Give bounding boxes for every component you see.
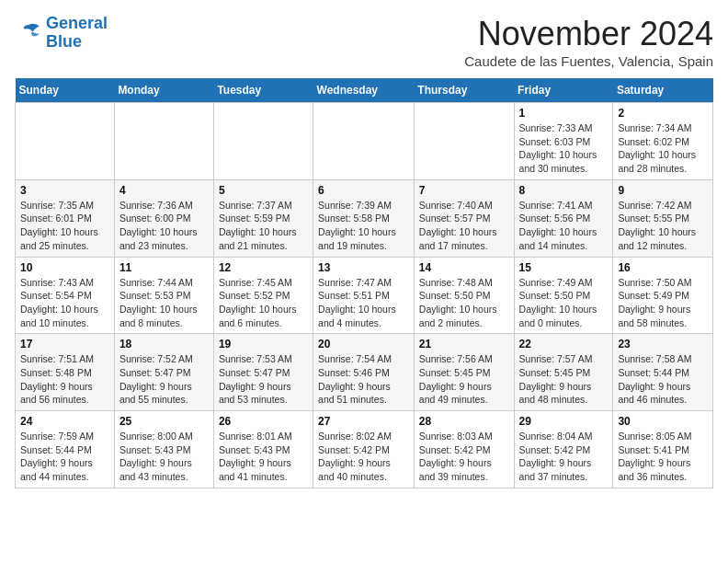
day-number: 30 (618, 415, 708, 428)
day-info: Sunrise: 7:36 AM Sunset: 6:00 PM Dayligh… (119, 199, 209, 253)
day-number: 28 (419, 415, 509, 428)
calendar-cell: 16Sunrise: 7:50 AM Sunset: 5:49 PM Dayli… (613, 257, 713, 334)
day-info: Sunrise: 7:57 AM Sunset: 5:45 PM Dayligh… (519, 352, 609, 407)
logo-line2: Blue (46, 32, 82, 51)
day-number: 17 (20, 338, 109, 350)
day-number: 2 (618, 107, 708, 120)
calendar-week-row: 1Sunrise: 7:33 AM Sunset: 6:03 PM Daylig… (16, 103, 713, 180)
calendar-table: SundayMondayTuesdayWednesdayThursdayFrid… (15, 78, 713, 488)
day-number: 12 (219, 261, 308, 274)
day-number: 25 (119, 415, 209, 428)
day-info: Sunrise: 7:47 AM Sunset: 5:51 PM Dayligh… (318, 276, 409, 330)
calendar-cell: 5Sunrise: 7:37 AM Sunset: 5:59 PM Daylig… (213, 179, 313, 257)
day-info: Sunrise: 7:56 AM Sunset: 5:45 PM Dayligh… (419, 352, 509, 407)
calendar-cell: 6Sunrise: 7:39 AM Sunset: 5:58 PM Daylig… (313, 179, 415, 257)
day-number: 6 (318, 184, 409, 197)
calendar-cell (114, 103, 213, 180)
calendar-cell (16, 103, 115, 180)
calendar-cell (213, 103, 313, 180)
day-info: Sunrise: 8:01 AM Sunset: 5:43 PM Dayligh… (219, 430, 308, 484)
day-info: Sunrise: 8:02 AM Sunset: 5:42 PM Dayligh… (318, 430, 409, 484)
calendar-week-row: 3Sunrise: 7:35 AM Sunset: 6:01 PM Daylig… (16, 179, 713, 257)
calendar-cell: 15Sunrise: 7:49 AM Sunset: 5:50 PM Dayli… (514, 257, 613, 334)
day-info: Sunrise: 7:51 AM Sunset: 5:48 PM Dayligh… (20, 352, 109, 407)
calendar-cell: 1Sunrise: 7:33 AM Sunset: 6:03 PM Daylig… (514, 103, 613, 180)
day-number: 20 (318, 338, 409, 350)
day-number: 1 (519, 107, 609, 120)
calendar-cell: 19Sunrise: 7:53 AM Sunset: 5:47 PM Dayli… (213, 334, 313, 411)
day-info: Sunrise: 7:52 AM Sunset: 5:47 PM Dayligh… (119, 352, 209, 407)
calendar-cell: 3Sunrise: 7:35 AM Sunset: 6:01 PM Daylig… (16, 179, 115, 257)
day-info: Sunrise: 7:58 AM Sunset: 5:44 PM Dayligh… (618, 352, 708, 407)
calendar-cell: 10Sunrise: 7:43 AM Sunset: 5:54 PM Dayli… (16, 257, 115, 334)
day-info: Sunrise: 8:04 AM Sunset: 5:42 PM Dayligh… (519, 430, 609, 484)
day-number: 7 (419, 184, 509, 197)
day-info: Sunrise: 7:44 AM Sunset: 5:53 PM Dayligh… (119, 276, 209, 330)
day-info: Sunrise: 7:59 AM Sunset: 5:44 PM Dayligh… (20, 430, 109, 484)
day-info: Sunrise: 7:54 AM Sunset: 5:46 PM Dayligh… (318, 352, 409, 407)
day-number: 9 (618, 184, 708, 197)
weekday-header-row: SundayMondayTuesdayWednesdayThursdayFrid… (16, 78, 713, 103)
day-info: Sunrise: 7:49 AM Sunset: 5:50 PM Dayligh… (519, 276, 609, 330)
calendar-cell: 18Sunrise: 7:52 AM Sunset: 5:47 PM Dayli… (114, 334, 213, 411)
calendar-cell: 23Sunrise: 7:58 AM Sunset: 5:44 PM Dayli… (613, 334, 713, 411)
calendar-cell: 28Sunrise: 8:03 AM Sunset: 5:42 PM Dayli… (414, 411, 514, 488)
day-number: 21 (419, 338, 509, 350)
location-title: Caudete de las Fuentes, Valencia, Spain (464, 53, 713, 69)
day-info: Sunrise: 7:45 AM Sunset: 5:52 PM Dayligh… (219, 276, 308, 330)
day-info: Sunrise: 7:43 AM Sunset: 5:54 PM Dayligh… (20, 276, 109, 330)
logo-text: General Blue (46, 15, 108, 52)
calendar-cell: 20Sunrise: 7:54 AM Sunset: 5:46 PM Dayli… (313, 334, 415, 411)
calendar-week-row: 10Sunrise: 7:43 AM Sunset: 5:54 PM Dayli… (16, 257, 713, 334)
weekday-header-monday: Monday (114, 78, 213, 103)
day-number: 29 (519, 415, 609, 428)
calendar-cell: 25Sunrise: 8:00 AM Sunset: 5:43 PM Dayli… (114, 411, 213, 488)
calendar-cell (313, 103, 415, 180)
day-number: 14 (419, 261, 509, 274)
day-number: 26 (219, 415, 308, 428)
calendar-cell: 8Sunrise: 7:41 AM Sunset: 5:56 PM Daylig… (514, 179, 613, 257)
day-number: 10 (20, 261, 109, 274)
day-number: 18 (119, 338, 209, 350)
calendar-cell: 22Sunrise: 7:57 AM Sunset: 5:45 PM Dayli… (514, 334, 613, 411)
weekday-header-tuesday: Tuesday (213, 78, 313, 103)
logo: General Blue (15, 15, 108, 52)
calendar-cell: 26Sunrise: 8:01 AM Sunset: 5:43 PM Dayli… (213, 411, 313, 488)
day-info: Sunrise: 7:41 AM Sunset: 5:56 PM Dayligh… (519, 199, 609, 253)
day-info: Sunrise: 8:05 AM Sunset: 5:41 PM Dayligh… (618, 430, 708, 484)
day-info: Sunrise: 7:39 AM Sunset: 5:58 PM Dayligh… (318, 199, 409, 253)
weekday-header-thursday: Thursday (414, 78, 514, 103)
day-info: Sunrise: 8:03 AM Sunset: 5:42 PM Dayligh… (419, 430, 509, 484)
day-info: Sunrise: 8:00 AM Sunset: 5:43 PM Dayligh… (119, 430, 209, 484)
day-number: 24 (20, 415, 109, 428)
weekday-header-wednesday: Wednesday (313, 78, 415, 103)
day-number: 13 (318, 261, 409, 274)
calendar-cell: 12Sunrise: 7:45 AM Sunset: 5:52 PM Dayli… (213, 257, 313, 334)
day-info: Sunrise: 7:48 AM Sunset: 5:50 PM Dayligh… (419, 276, 509, 330)
calendar-cell: 11Sunrise: 7:44 AM Sunset: 5:53 PM Dayli… (114, 257, 213, 334)
calendar-cell (414, 103, 514, 180)
day-info: Sunrise: 7:50 AM Sunset: 5:49 PM Dayligh… (618, 276, 708, 330)
day-info: Sunrise: 7:53 AM Sunset: 5:47 PM Dayligh… (219, 352, 308, 407)
day-number: 3 (20, 184, 109, 197)
calendar-cell: 17Sunrise: 7:51 AM Sunset: 5:48 PM Dayli… (16, 334, 115, 411)
day-number: 27 (318, 415, 409, 428)
calendar-week-row: 17Sunrise: 7:51 AM Sunset: 5:48 PM Dayli… (16, 334, 713, 411)
day-number: 11 (119, 261, 209, 274)
day-info: Sunrise: 7:33 AM Sunset: 6:03 PM Dayligh… (519, 121, 609, 176)
day-number: 4 (119, 184, 209, 197)
day-info: Sunrise: 7:42 AM Sunset: 5:55 PM Dayligh… (618, 199, 708, 253)
calendar-cell: 29Sunrise: 8:04 AM Sunset: 5:42 PM Dayli… (514, 411, 613, 488)
day-number: 5 (219, 184, 308, 197)
calendar-cell: 9Sunrise: 7:42 AM Sunset: 5:55 PM Daylig… (613, 179, 713, 257)
day-info: Sunrise: 7:40 AM Sunset: 5:57 PM Dayligh… (419, 199, 509, 253)
calendar-cell: 4Sunrise: 7:36 AM Sunset: 6:00 PM Daylig… (114, 179, 213, 257)
day-info: Sunrise: 7:34 AM Sunset: 6:02 PM Dayligh… (618, 121, 708, 176)
calendar-cell: 24Sunrise: 7:59 AM Sunset: 5:44 PM Dayli… (16, 411, 115, 488)
day-info: Sunrise: 7:35 AM Sunset: 6:01 PM Dayligh… (20, 199, 109, 253)
title-block: November 2024 Caudete de las Fuentes, Va… (464, 15, 713, 69)
day-number: 15 (519, 261, 609, 274)
calendar-cell: 21Sunrise: 7:56 AM Sunset: 5:45 PM Dayli… (414, 334, 514, 411)
day-info: Sunrise: 7:37 AM Sunset: 5:59 PM Dayligh… (219, 199, 308, 253)
day-number: 19 (219, 338, 308, 350)
